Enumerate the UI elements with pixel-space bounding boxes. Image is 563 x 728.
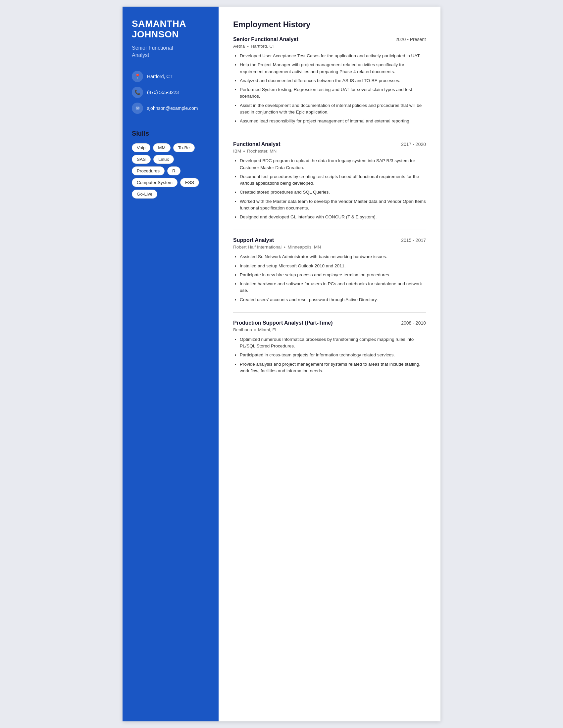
skill-tag: Go-Live [132,190,157,199]
sidebar: SAMANTHA JOHNSON Senior FunctionalAnalys… [122,7,218,721]
bullet-item: Worked with the Master data team to deve… [240,198,426,212]
bullet-item: Installed hardware and software for user… [240,281,426,294]
resume-container: SAMANTHA JOHNSON Senior FunctionalAnalys… [122,7,441,721]
section-divider [233,312,426,313]
main-content: Employment History Senior Functional Ana… [218,7,441,721]
phone-contact: 📞 (470) 555-3223 [132,87,209,98]
job-bullets: Assisted Sr. Network Administrator with … [233,253,426,303]
skill-tag: MM [153,143,170,152]
bullet-item: Developed User Acceptance Test Cases for… [240,53,426,59]
email-contact: ✉ sjohnson@example.com [132,103,209,114]
job-location: Miami, FL [258,327,277,332]
skill-tag: SAS [132,155,151,164]
job-header: Support Analyst2015 - 2017 [233,237,426,243]
job-header: Senior Functional Analyst2020 - Present [233,36,426,42]
section-divider [233,134,426,134]
bullet-item: Assumed lead responsibility for project … [240,118,426,124]
meta-dot: ● [284,245,286,249]
candidate-title: Senior FunctionalAnalyst [132,44,209,59]
job-meta: IBM●Rochester, MN [233,149,426,154]
job-block: Functional Analyst2017 - 2020IBM●Rochest… [233,141,426,220]
job-dates: 2020 - Present [396,37,426,42]
job-block: Support Analyst2015 - 2017Robert Half In… [233,237,426,303]
bullet-item: Performed System testing, Regression tes… [240,86,426,100]
job-meta: Benihana●Miami, FL [233,327,426,332]
job-block: Production Support Analyst (Part-Time)20… [233,320,426,374]
location-icon: 📍 [132,71,143,82]
bullet-item: Help the Project Manager with project ma… [240,62,426,75]
bullet-item: Created users' accounts and reset passwo… [240,296,426,303]
meta-dot: ● [243,149,245,153]
bullet-item: Participate in new hire setup process an… [240,272,426,278]
bullet-item: Optimized numerous Informatica processes… [240,336,426,350]
phone-text: (470) 555-3223 [147,90,179,95]
job-location: Hartford, CT [251,44,275,49]
skill-tag: Procedures [132,166,164,175]
email-text: sjohnson@example.com [147,106,198,111]
job-meta: Robert Half International●Minneapolis, M… [233,245,426,250]
candidate-name: SAMANTHA JOHNSON [132,19,209,40]
job-company: Robert Half International [233,245,282,250]
job-dates: 2017 - 2020 [401,142,426,147]
job-header: Functional Analyst2017 - 2020 [233,141,426,147]
meta-dot: ● [247,44,249,48]
job-company: Benihana [233,327,252,332]
skill-tag: Linux [153,155,174,164]
job-dates: 2008 - 2010 [401,320,426,326]
location-text: Hartford, CT [147,74,172,79]
bullet-item: Assist in the development and documentat… [240,102,426,116]
skills-heading: Skills [132,130,209,137]
job-location: Minneapolis, MN [288,245,321,250]
job-header: Production Support Analyst (Part-Time)20… [233,320,426,326]
job-bullets: Developed BDC program to upload the data… [233,158,426,220]
job-location: Rochester, MN [247,149,276,154]
contact-section: 📍 Hartford, CT 📞 (470) 555-3223 ✉ sjohns… [132,71,209,114]
skill-tag: ESS [180,178,199,187]
skill-tag: Computer System [132,178,177,187]
job-company: Aetna [233,44,245,49]
job-bullets: Optimized numerous Informatica processes… [233,336,426,374]
bullet-item: Participated in cross-team projects for … [240,352,426,358]
bullet-item: Provide analysis and project management … [240,361,426,375]
section-divider [233,230,426,230]
bullet-item: Document test procedures by creating tes… [240,173,426,187]
name-line1: SAMANTHA [132,19,186,29]
meta-dot: ● [254,328,256,332]
bullet-item: Analyzed and documented differences betw… [240,77,426,84]
phone-icon: 📞 [132,87,143,98]
skills-tags: VoipMMTo-BeSASLinuxProceduresRComputer S… [132,143,209,199]
name-line2: JOHNSON [132,29,179,39]
job-title: Senior Functional Analyst [233,36,299,42]
job-title: Production Support Analyst (Part-Time) [233,320,333,326]
bullet-item: Installed and setup Microsoft Outlook 20… [240,263,426,269]
location-contact: 📍 Hartford, CT [132,71,209,82]
bullet-item: Designed and developed GL interface with… [240,214,426,220]
skill-tag: To-Be [173,143,195,152]
job-bullets: Developed User Acceptance Test Cases for… [233,53,426,124]
job-block: Senior Functional Analyst2020 - PresentA… [233,36,426,124]
jobs-container: Senior Functional Analyst2020 - PresentA… [233,36,426,374]
job-title: Functional Analyst [233,141,280,147]
skills-section: Skills VoipMMTo-BeSASLinuxProceduresRCom… [132,130,209,199]
job-company: IBM [233,149,241,154]
bullet-item: Assisted Sr. Network Administrator with … [240,253,426,260]
skill-tag: Voip [132,143,150,152]
job-title: Support Analyst [233,237,274,243]
bullet-item: Developed BDC program to upload the data… [240,158,426,171]
bullet-item: Created stored procedures and SQL Querie… [240,189,426,196]
job-meta: Aetna●Hartford, CT [233,44,426,49]
skill-tag: R [167,166,180,175]
email-icon: ✉ [132,103,143,114]
employment-section-title: Employment History [233,20,426,29]
job-dates: 2015 - 2017 [401,238,426,243]
